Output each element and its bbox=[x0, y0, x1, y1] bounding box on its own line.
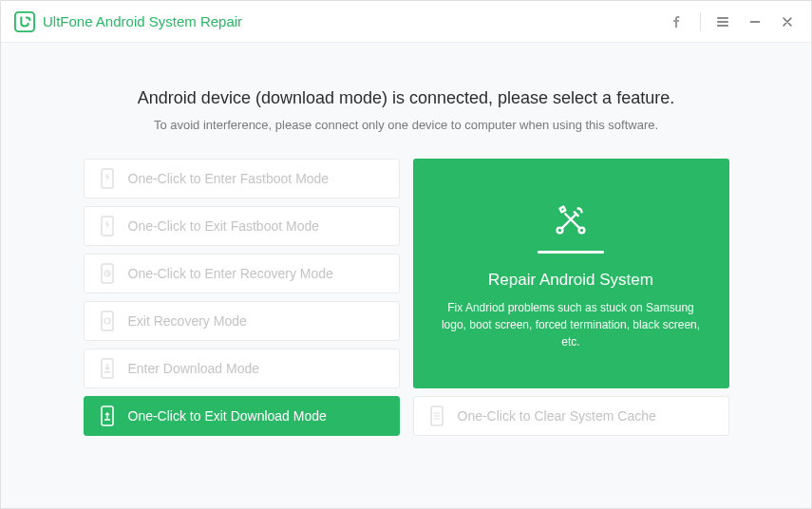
feature-label: One-Click to Enter Recovery Mode bbox=[128, 266, 384, 281]
phone-exit-download-icon bbox=[100, 405, 115, 426]
app-window: UltFone Android System Repair Android de… bbox=[0, 0, 812, 509]
clear-cache-button[interactable]: One-Click to Clear System Cache bbox=[413, 396, 729, 436]
feature-label: One-Click to Exit Fastboot Mode bbox=[128, 218, 384, 234]
repair-description: Fix Andriod problems such as stuck on Sa… bbox=[440, 299, 703, 350]
svg-point-10 bbox=[579, 227, 585, 233]
page-subheading: To avoid interference, please connect on… bbox=[154, 118, 658, 132]
svg-rect-0 bbox=[15, 11, 34, 30]
exit-recovery-button[interactable]: Exit Recovery Mode bbox=[84, 301, 400, 341]
svg-point-6 bbox=[104, 318, 110, 324]
phone-exit-fastboot-icon bbox=[100, 216, 115, 236]
svg-rect-5 bbox=[102, 311, 113, 330]
exit-fastboot-button[interactable]: One-Click to Exit Fastboot Mode bbox=[84, 206, 400, 246]
repair-title: Repair Android System bbox=[488, 271, 653, 290]
phone-fastboot-icon bbox=[100, 168, 115, 189]
feature-grid: One-Click to Enter Fastboot Mode One-Cli… bbox=[84, 159, 729, 436]
enter-recovery-button[interactable]: One-Click to Enter Recovery Mode bbox=[84, 254, 400, 293]
app-title: UltFone Android System Repair bbox=[43, 13, 664, 29]
phone-cache-icon bbox=[429, 405, 444, 426]
tools-icon bbox=[549, 198, 593, 241]
left-column: One-Click to Enter Fastboot Mode One-Cli… bbox=[84, 159, 400, 436]
right-column: Repair Android System Fix Andriod proble… bbox=[413, 159, 729, 436]
titlebar-divider bbox=[700, 12, 701, 31]
menu-button[interactable] bbox=[708, 8, 737, 36]
repair-system-card[interactable]: Repair Android System Fix Andriod proble… bbox=[413, 159, 729, 388]
page-heading: Android device (download mode) is connec… bbox=[138, 88, 674, 108]
minimize-button[interactable] bbox=[741, 8, 769, 36]
facebook-button[interactable] bbox=[664, 8, 692, 36]
feature-label: One-Click to Clear System Cache bbox=[458, 408, 713, 424]
phone-exit-recovery-icon bbox=[100, 311, 115, 331]
exit-download-button[interactable]: One-Click to Exit Download Mode bbox=[84, 396, 400, 436]
titlebar: UltFone Android System Repair bbox=[1, 1, 811, 43]
close-button[interactable] bbox=[773, 8, 802, 36]
feature-label: Enter Download Mode bbox=[128, 361, 384, 376]
phone-download-icon bbox=[100, 358, 115, 379]
feature-label: One-Click to Enter Fastboot Mode bbox=[128, 171, 384, 186]
phone-recovery-icon bbox=[100, 263, 115, 284]
content-area: Android device (download mode) is connec… bbox=[1, 43, 811, 508]
titlebar-controls bbox=[664, 8, 802, 36]
enter-download-button[interactable]: Enter Download Mode bbox=[84, 349, 400, 388]
feature-label: One-Click to Exit Download Mode bbox=[128, 408, 384, 424]
enter-fastboot-button[interactable]: One-Click to Enter Fastboot Mode bbox=[84, 159, 400, 198]
svg-point-9 bbox=[557, 227, 563, 233]
card-divider bbox=[538, 251, 604, 254]
app-logo-icon bbox=[14, 11, 35, 32]
feature-label: Exit Recovery Mode bbox=[128, 313, 384, 329]
